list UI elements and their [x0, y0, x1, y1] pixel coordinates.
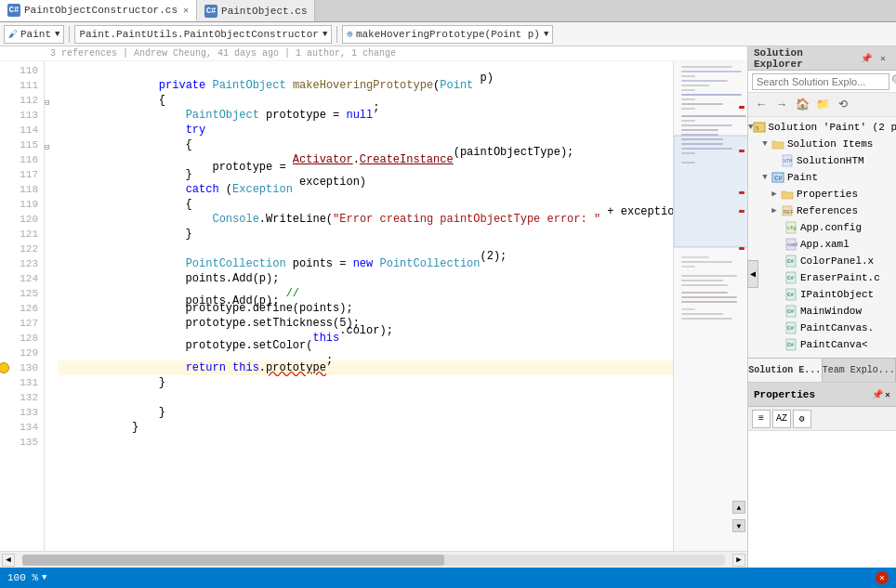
tree-item-mainwindow[interactable]: C# MainWindow: [748, 303, 896, 320]
zoom-status: 100 % ▼: [7, 572, 46, 583]
tab-bar: C# PaintObjectConstructor.cs ✕ C# PaintO…: [0, 0, 896, 22]
tree-item-appconfig[interactable]: cfg App.config: [748, 219, 896, 236]
line-num-128: 128: [0, 331, 38, 346]
prop-alpha-btn[interactable]: AZ: [772, 410, 791, 428]
properties-panel: Properties 📌 ✕ ≡ AZ ⚙: [748, 382, 896, 568]
tab-paintobject[interactable]: C# PaintObject.cs: [197, 0, 315, 21]
tree-item-solution-items[interactable]: ▼ Solution Items: [748, 136, 896, 152]
svg-rect-27: [681, 256, 709, 258]
editor-toolbar: 🖌 Paint ▼ Paint.PaintUtils.PaintObjectCo…: [0, 22, 896, 46]
scroll-right-btn[interactable]: ▶: [732, 554, 745, 567]
solutionhtml-label: SolutionHTM: [797, 152, 864, 169]
gutter-111[interactable]: ⊟: [45, 95, 58, 110]
scope-dropdown[interactable]: 🖌 Paint ▼: [4, 25, 64, 44]
method-label: makeHoveringPrototype(Point p): [356, 29, 540, 40]
tree-item-colorpanel[interactable]: C# ColorPanel.x: [748, 253, 896, 269]
expand-solution-items[interactable]: ▼: [759, 136, 771, 152]
tree-item-paintcanvas1[interactable]: C# PaintCanvas.: [748, 320, 896, 336]
svg-rect-9: [681, 103, 723, 105]
line-num-111: 111: [0, 78, 38, 93]
tree-item-appxaml[interactable]: xaml App.xaml: [748, 236, 896, 253]
line-num-118: 118: [0, 182, 38, 197]
line-numbers: 110 111 112 113 114 115 116 117 118 119 …: [0, 61, 45, 551]
sol-folder-btn[interactable]: 📁: [813, 96, 832, 114]
svg-rect-34: [681, 296, 737, 298]
svg-text:REF: REF: [784, 209, 794, 216]
nav-label: Paint.PaintUtils.PaintObjectConstructor: [79, 29, 318, 40]
line-135: [58, 435, 673, 450]
svg-rect-30: [681, 275, 737, 277]
gutter-113: [45, 124, 58, 139]
nav-dropdown[interactable]: Paint.PaintUtils.PaintObjectConstructor …: [74, 25, 332, 44]
solution-explorer-tab[interactable]: Solution E...: [748, 359, 823, 382]
collapse-114-icon[interactable]: ⊟: [45, 142, 49, 152]
tab-label: PaintObjectConstructor.cs: [24, 5, 178, 16]
scroll-left-btn[interactable]: ◀: [2, 554, 15, 567]
pin-icon[interactable]: 📌: [859, 51, 874, 66]
tree-item-properties[interactable]: ▶ Properties: [748, 186, 896, 203]
method-icon: ⊕: [347, 28, 353, 40]
expand-properties[interactable]: ▶: [769, 186, 780, 203]
svg-text:C#: C#: [787, 275, 795, 281]
svg-rect-32: [681, 284, 728, 286]
line-num-125: 125: [0, 286, 38, 301]
properties-header: Properties 📌 ✕: [748, 383, 896, 407]
method-dropdown[interactable]: ⊕ makeHoveringPrototype(Point p) ▼: [342, 25, 553, 44]
search-icon: 🔍: [891, 74, 896, 88]
tree-item-eraserpaint[interactable]: C# EraserPaint.c: [748, 269, 896, 286]
horizontal-scrollbar[interactable]: [22, 555, 725, 566]
tree-item-solution[interactable]: ▼ S Solution 'Paint' (2 p: [748, 119, 896, 136]
scroll-up-btn[interactable]: ▲: [732, 501, 745, 514]
status-bar: 100 % ▼ ✕: [0, 568, 896, 588]
tree-item-ipaintobject[interactable]: C# IPaintObject: [748, 286, 896, 303]
panel-close-icon[interactable]: ✕: [876, 51, 890, 66]
tree-item-solutionhtml[interactable]: HTM SolutionHTM: [748, 152, 896, 169]
svg-rect-6: [681, 89, 695, 91]
svg-text:C#: C#: [787, 258, 795, 265]
tree-item-paintcanvas2[interactable]: C# PaintCanva<: [748, 336, 896, 353]
svg-text:xaml: xaml: [787, 242, 797, 248]
solution-search-input[interactable]: [752, 73, 889, 90]
sol-refresh-btn[interactable]: ⟲: [834, 96, 852, 114]
expand-paint[interactable]: ▼: [759, 169, 771, 186]
mainwindow-label: MainWindow: [800, 303, 862, 320]
appconfig-label: App.config: [800, 219, 862, 236]
svg-rect-29: [681, 266, 695, 268]
close-tab-1[interactable]: ✕: [183, 5, 189, 16]
main-area: 3 references | Andrew Cheung, 41 days ag…: [0, 46, 896, 568]
tree-item-references[interactable]: ▶ REF References: [748, 203, 896, 219]
svg-text:S: S: [756, 125, 759, 132]
sol-forward-btn[interactable]: →: [772, 96, 791, 114]
panel-collapse-btn[interactable]: ◀: [747, 260, 758, 288]
tree-item-paint[interactable]: ▼ C# Paint: [748, 169, 896, 186]
svg-rect-5: [681, 85, 709, 86]
line-num-113: 113: [0, 108, 38, 123]
team-explorer-tab[interactable]: Team Explo...: [823, 359, 897, 382]
prop-categorized-btn[interactable]: ≡: [752, 410, 771, 428]
collapse-111-icon[interactable]: ⊟: [45, 98, 49, 108]
gutter-114[interactable]: ⊟: [45, 139, 58, 154]
line-num-116: 116: [0, 152, 38, 167]
sol-back-btn[interactable]: ←: [752, 96, 771, 114]
svg-text:HTM: HTM: [784, 159, 792, 164]
svg-text:C#: C#: [787, 325, 795, 332]
gutter-110: [45, 80, 58, 95]
properties-pin-icon[interactable]: 📌: [872, 389, 883, 400]
code-editor[interactable]: private PaintObject makeHoveringPrototyp…: [58, 61, 673, 551]
line-num-120: 120: [0, 212, 38, 227]
svg-rect-35: [681, 301, 737, 303]
svg-rect-33: [681, 292, 728, 294]
prop-settings-btn[interactable]: ⚙: [793, 410, 811, 428]
svg-rect-4: [681, 80, 728, 82]
minimap: ▲ ▼: [673, 61, 747, 551]
appxaml-label: App.xaml: [800, 236, 850, 253]
scroll-down-btn[interactable]: ▼: [732, 519, 745, 532]
line-num-114: 114: [0, 123, 38, 137]
properties-close-icon[interactable]: ✕: [885, 389, 890, 400]
svg-rect-11: [739, 106, 744, 109]
expand-references[interactable]: ▶: [769, 203, 780, 219]
editor-scrollbar-container: ◀ ▶: [0, 551, 747, 568]
line-num-110: 110: [0, 63, 38, 78]
tab-paintobjectconstructor[interactable]: C# PaintObjectConstructor.cs ✕: [0, 0, 197, 21]
sol-home-btn[interactable]: 🏠: [793, 96, 811, 114]
